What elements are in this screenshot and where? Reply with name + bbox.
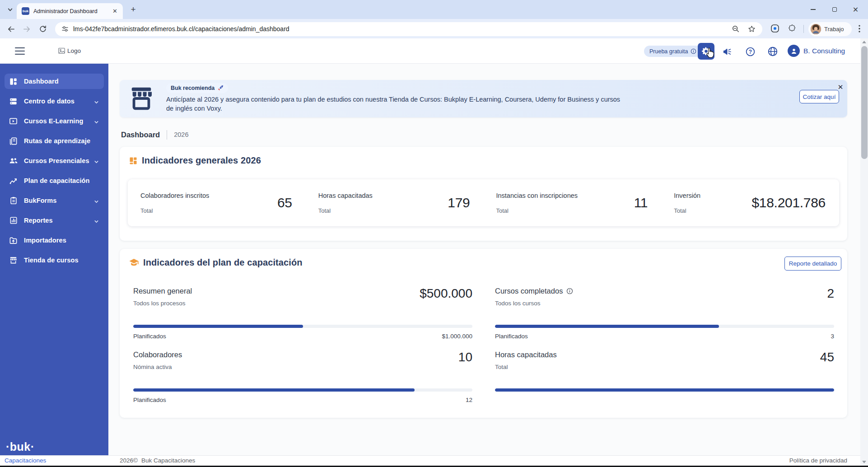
browser-tab-strip: buk Administrador Dashboard ✕ + ✕: [0, 0, 868, 19]
address-bar[interactable]: lms-042fe7bcadministrador.efimeros.buk.c…: [55, 22, 762, 36]
forward-button[interactable]: [20, 23, 33, 35]
stat-colaboradores-inscritos: Colaboradores inscritosTotal 65: [128, 192, 306, 214]
sidebar-item-reportes[interactable]: Reportes: [5, 213, 104, 228]
footer-copyright: 2026© Buk Capacitaciones: [120, 457, 195, 464]
back-arrow-icon: [7, 25, 15, 33]
help-button[interactable]: ?: [744, 46, 756, 57]
page-scrollbar[interactable]: [860, 38, 868, 466]
account-avatar: [788, 45, 800, 57]
buk-favicon: buk: [22, 7, 29, 15]
sidebar-item-centro-de-datos[interactable]: Centro de datos: [5, 93, 104, 109]
question-circle-icon: ?: [745, 47, 756, 57]
extensions-button[interactable]: [786, 22, 798, 35]
logo-alt-text: Logo: [67, 47, 81, 54]
window-controls: ✕: [803, 0, 866, 19]
browser-profile-chip[interactable]: Trabajo: [808, 22, 852, 36]
detailed-report-button[interactable]: Reporte detallado: [784, 257, 841, 271]
globe-icon: [767, 46, 778, 57]
scroll-up-arrow[interactable]: [860, 38, 868, 46]
tab-close-icon[interactable]: ✕: [111, 7, 119, 15]
card-title: Indicadores del plan de capacitación: [143, 257, 303, 268]
puzzle-icon: [788, 24, 797, 33]
sidebar-item-rutas-de-aprendizaje[interactable]: Rutas de aprendizaje: [5, 133, 104, 149]
training-plan-icon: [9, 176, 18, 186]
new-tab-button[interactable]: +: [128, 4, 139, 15]
chevron-down-icon: [94, 218, 99, 226]
minimize-button[interactable]: [803, 0, 824, 19]
settings-button[interactable]: [698, 43, 714, 60]
back-button[interactable]: [5, 23, 17, 35]
svg-text:?: ?: [748, 48, 751, 55]
info-icon[interactable]: [566, 288, 573, 294]
sidebar-item-plan-de-capacitacion[interactable]: Plan de capacitación: [5, 173, 104, 188]
bukforms-icon: [9, 196, 18, 205]
stats-panel: Colaboradores inscritosTotal 65 Horas ca…: [128, 179, 839, 226]
url-text: lms-042fe7bcadministrador.efimeros.buk.c…: [73, 25, 732, 33]
grid-icon: [129, 156, 138, 165]
scrollbar-thumb[interactable]: [861, 46, 868, 159]
site-settings-icon[interactable]: [61, 25, 69, 33]
chevron-down-icon: [94, 98, 99, 107]
metric-cursos-completados: Cursos completados Todos los cursos 2 Pl…: [495, 287, 834, 343]
bookmark-star-icon[interactable]: [747, 25, 756, 33]
browser-menu-button[interactable]: [854, 22, 865, 35]
course-store-icon: [9, 256, 18, 265]
sidebar-item-dashboard[interactable]: Dashboard: [5, 74, 104, 89]
training-plan-card: Indicadores del plan de capacitación Rep…: [120, 249, 847, 418]
chevron-down-icon: [94, 118, 99, 126]
browser-tab[interactable]: buk Administrador Dashboard ✕: [17, 3, 123, 19]
metric-resumen-general: Resumen general Todos los procesos $500.…: [133, 287, 472, 343]
privacy-policy-link[interactable]: Política de privacidad: [789, 457, 847, 464]
sidebar-item-tienda-de-cursos[interactable]: Tienda de cursos: [5, 252, 104, 268]
metric-colaboradores: Colaboradores Nómina activa 10 Planifica…: [133, 350, 472, 407]
broken-image-icon: [58, 47, 65, 55]
breadcrumb-year: 2026: [174, 131, 188, 138]
chevron-down-icon: [94, 158, 99, 166]
chevron-down-icon: [94, 198, 99, 206]
account-name: B. Consulting: [803, 47, 845, 55]
reports-icon: [9, 216, 18, 225]
progress-bar: [133, 325, 472, 328]
storefront-icon: [128, 85, 154, 112]
data-center-icon: [9, 97, 18, 106]
sidebar-item-cursos-elearning[interactable]: Cursos E-Learning: [5, 113, 104, 129]
breadcrumb-section: Dashboard: [121, 131, 160, 139]
maximize-button[interactable]: [824, 0, 845, 19]
close-window-button[interactable]: ✕: [845, 0, 866, 19]
banner-text: Anticípate al 2026 y asegura contenido p…: [166, 95, 622, 113]
reload-button[interactable]: [37, 23, 49, 35]
footer-app-link[interactable]: Capacitaciones: [5, 457, 46, 464]
stat-horas-capacitadas: Horas capacitadasTotal 179: [306, 192, 484, 214]
sidebar-item-bukforms[interactable]: BukForms: [5, 193, 104, 208]
language-button[interactable]: [767, 46, 779, 57]
zoom-indicator-icon[interactable]: [732, 25, 740, 33]
main-content: Buk recomienda Anticípate al 2026 y aseg…: [108, 64, 860, 455]
progress-bar: [495, 388, 834, 392]
banner-close-icon[interactable]: ✕: [835, 82, 845, 92]
browser-toolbar: lms-042fe7bcadministrador.efimeros.buk.c…: [0, 19, 868, 38]
scroll-down-arrow[interactable]: [860, 458, 868, 466]
app-header: Logo Prueba gratuita ? B. Consulting: [0, 38, 868, 64]
general-indicators-card: Indicadores generales 2026 Colaboradores…: [120, 147, 847, 241]
quote-here-button[interactable]: Cotizar aquí: [799, 90, 839, 103]
screen: buk Administrador Dashboard ✕ + ✕ lms-04…: [0, 0, 868, 467]
breadcrumb: Dashboard 2026: [121, 129, 188, 140]
graduation-cap-icon: [129, 257, 139, 268]
sidebar-item-cursos-presenciales[interactable]: Cursos Presenciales: [5, 153, 104, 168]
sidebar: Dashboard Centro de datos Cursos E-Learn…: [0, 64, 108, 455]
rocket-icon: [217, 85, 224, 91]
planned-row: Planificados $1.000.000: [133, 333, 472, 340]
stat-instancias: Instancias con inscripcionesTotal 11: [484, 192, 662, 214]
announcements-button[interactable]: [721, 46, 733, 57]
recommendation-banner: Buk recomienda Anticípate al 2026 y aseg…: [120, 80, 847, 117]
card-title: Indicadores generales 2026: [142, 155, 261, 166]
account-menu[interactable]: B. Consulting: [788, 45, 845, 57]
tab-search-button[interactable]: [5, 5, 15, 15]
footer: Capacitaciones 2026© Buk Capacitaciones …: [0, 455, 868, 466]
trial-badge[interactable]: Prueba gratuita: [644, 46, 702, 57]
sidebar-item-importadores[interactable]: Importadores: [5, 233, 104, 248]
tab-memory-button[interactable]: [769, 22, 781, 35]
breadcrumb-divider: [167, 130, 167, 140]
sidebar-toggle-button[interactable]: [15, 47, 25, 56]
logo-placeholder: Logo: [58, 47, 81, 55]
